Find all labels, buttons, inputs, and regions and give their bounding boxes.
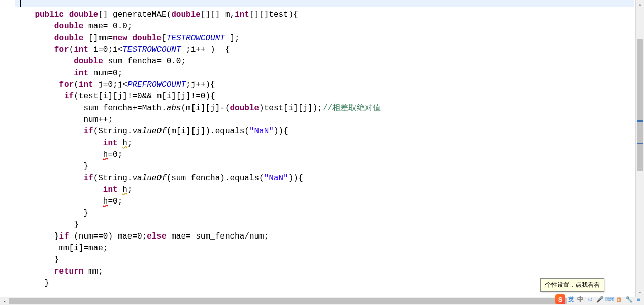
code-token: return bbox=[54, 267, 84, 276]
code-token: (String. bbox=[93, 174, 133, 183]
code-token bbox=[15, 139, 103, 148]
code-token: int bbox=[79, 80, 93, 89]
code-token: "NaN" bbox=[249, 127, 274, 136]
code-token bbox=[64, 10, 69, 19]
code-token: sum_fencha+=Math. bbox=[15, 104, 167, 113]
code-token: =0; bbox=[108, 197, 122, 206]
code-token bbox=[127, 33, 133, 43]
code-token: if bbox=[59, 232, 69, 241]
code-token: num++; bbox=[15, 115, 113, 124]
code-token: } bbox=[15, 255, 59, 264]
code-area[interactable]: public double[] generateMAE(double[][] m… bbox=[15, 0, 634, 297]
keyboard-icon[interactable]: ⌨ bbox=[606, 296, 613, 303]
code-token: double bbox=[132, 33, 162, 43]
code-token bbox=[118, 139, 123, 148]
current-line-highlight bbox=[15, 0, 634, 7]
code-token: TESTROWCOUNT bbox=[122, 45, 181, 54]
smiley-icon[interactable]: ☺ bbox=[587, 296, 594, 303]
code-token bbox=[15, 127, 83, 136]
trash-icon[interactable]: 🗑 bbox=[616, 296, 623, 303]
vertical-scroll-track[interactable] bbox=[636, 9, 644, 288]
code-token: num=0; bbox=[88, 69, 122, 78]
code-token: int bbox=[74, 69, 88, 78]
ime-language-toggle[interactable]: 英 bbox=[568, 295, 574, 304]
code-token: int bbox=[103, 185, 118, 194]
mic-icon[interactable]: 🎤 bbox=[596, 296, 603, 303]
code-token bbox=[15, 185, 103, 194]
code-token: public bbox=[35, 10, 64, 19]
horizontal-scrollbar[interactable]: ◂ ▸ bbox=[0, 297, 635, 305]
code-token bbox=[15, 45, 54, 54]
code-token bbox=[15, 80, 59, 89]
code-token: (test[i][j]!=0&& m[i][j]!=0){ bbox=[74, 92, 215, 101]
code-token: ;i++ ) { bbox=[181, 45, 230, 54]
code-token: } bbox=[15, 232, 59, 241]
code-token: ( bbox=[69, 45, 74, 54]
horizontal-scroll-thumb[interactable] bbox=[9, 298, 567, 304]
code-token: "NaN" bbox=[264, 174, 288, 183]
code-token bbox=[15, 10, 35, 19]
code-token: int bbox=[74, 45, 88, 54]
sogou-logo-icon[interactable]: S bbox=[555, 294, 565, 304]
scroll-left-button[interactable]: ◂ bbox=[0, 297, 9, 305]
horizontal-scroll-track[interactable] bbox=[9, 297, 627, 305]
code-token: (num==0) mae=0; bbox=[69, 232, 147, 241]
ime-punctuation[interactable]: 中 bbox=[577, 295, 584, 304]
code-token: PREFROWCOUNT bbox=[127, 80, 186, 89]
code-token: (String. bbox=[93, 127, 133, 136]
code-token: else bbox=[147, 232, 166, 241]
vertical-scrollbar[interactable]: ▴ ▾ bbox=[635, 0, 644, 297]
code-token: double bbox=[230, 104, 259, 113]
editor-gutter bbox=[0, 0, 15, 297]
ime-tooltip[interactable]: 个性设置，点我看看 bbox=[540, 278, 604, 292]
caret-left-icon: ◂ bbox=[3, 299, 6, 304]
code-token bbox=[15, 174, 83, 183]
scroll-up-button[interactable]: ▴ bbox=[636, 0, 644, 9]
code-token: sum_fencha= 0.0; bbox=[103, 57, 186, 66]
vertical-scroll-thumb[interactable] bbox=[637, 39, 643, 171]
code-token: double bbox=[74, 57, 103, 66]
code-token: j=0;j< bbox=[93, 80, 127, 89]
tool-icon[interactable]: 🔧 bbox=[625, 296, 632, 303]
code-token: double bbox=[54, 33, 84, 43]
code-token: //相差取绝对值 bbox=[323, 104, 381, 113]
code-token bbox=[15, 33, 54, 43]
code-token bbox=[15, 267, 54, 276]
code-token: int bbox=[103, 139, 118, 148]
text-cursor bbox=[20, 0, 21, 7]
code-token: abs bbox=[167, 104, 181, 113]
code-token: [][] m, bbox=[201, 10, 235, 19]
code-token bbox=[15, 197, 103, 206]
code-token: mm[i]=mae; bbox=[15, 244, 108, 253]
code-token: double bbox=[69, 10, 99, 19]
code-token: double bbox=[54, 22, 84, 31]
code-token: i=0;i< bbox=[88, 45, 122, 54]
code-token: ; bbox=[127, 185, 133, 194]
code-token bbox=[15, 22, 54, 31]
code-token bbox=[15, 150, 103, 159]
code-token: h bbox=[103, 197, 108, 206]
code-token: for bbox=[54, 45, 69, 54]
ime-toolbar[interactable]: S 英 中 ☺ 🎤 ⌨ 🗑 🔧 ≡ bbox=[553, 294, 644, 305]
code-token: ( bbox=[74, 80, 79, 89]
code-token: [ bbox=[162, 33, 167, 43]
code-token: valueOf bbox=[132, 174, 166, 183]
code-token: ]; bbox=[225, 33, 240, 43]
code-token: TESTROWCOUNT bbox=[167, 33, 225, 43]
code-token: if bbox=[64, 92, 74, 101]
code-token: for bbox=[59, 80, 74, 89]
code-editor: public double[] generateMAE(double[][] m… bbox=[0, 0, 644, 305]
code-token: (sum_fencha).equals( bbox=[167, 174, 264, 183]
code-token: } bbox=[15, 220, 79, 229]
menu-icon[interactable]: ≡ bbox=[635, 296, 642, 303]
ime-icon-group: ☺ 🎤 ⌨ 🗑 🔧 ≡ bbox=[587, 296, 642, 303]
code-token: )test[i][j]); bbox=[259, 104, 323, 113]
code-token: double bbox=[171, 10, 201, 19]
code-token bbox=[15, 69, 74, 78]
code-token: int bbox=[235, 10, 249, 19]
code-content[interactable]: public double[] generateMAE(double[][] m… bbox=[15, 9, 381, 297]
code-token: new bbox=[113, 33, 127, 43]
code-token: ;j++){ bbox=[186, 80, 215, 89]
code-token: } bbox=[15, 209, 88, 218]
code-token: valueOf bbox=[132, 127, 166, 136]
